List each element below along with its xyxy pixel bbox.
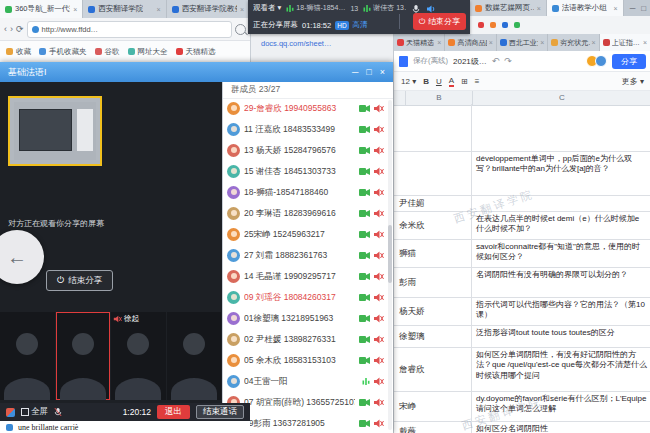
- member-row[interactable]: 14 毛晶谨 19909295717: [223, 266, 388, 287]
- mute-button[interactable]: [54, 407, 62, 417]
- sheet-row[interactable]: 杨天娇 指示代词可以代指哪些内容？它的用法？（第10课）: [394, 298, 650, 326]
- camera-on-icon[interactable]: [359, 125, 370, 134]
- viewer-chip[interactable]: 谢佳杏 13…: [363, 3, 406, 13]
- viewer-chip[interactable]: 13: [350, 3, 358, 13]
- bookmark-item[interactable]: 谷歌: [95, 47, 120, 57]
- speaker-muted-icon[interactable]: [373, 125, 384, 134]
- sheet-cell-name[interactable]: 余米欣: [394, 212, 472, 239]
- sheet-cell-question[interactable]: 泛指形容词tout toute tous toutes的区分: [472, 326, 650, 347]
- speaker-muted-icon[interactable]: [373, 251, 384, 260]
- back-icon[interactable]: ‹: [4, 24, 7, 34]
- tab-close-icon[interactable]: ×: [240, 6, 244, 13]
- sheet-row[interactable]: 宋峥 dy.doyome的favori和série有什么区别；L'Equipe …: [394, 392, 650, 422]
- shared-screen-thumbnail[interactable]: [8, 96, 102, 166]
- member-row[interactable]: 25宋峥 15245963217: [223, 224, 388, 245]
- tab-close-icon[interactable]: ×: [537, 5, 541, 12]
- speaker-muted-icon[interactable]: [373, 293, 384, 302]
- sheet-cell-question[interactable]: [472, 104, 650, 151]
- speaker-muted-icon[interactable]: [373, 209, 384, 218]
- undo-icon[interactable]: ↶: [492, 56, 500, 66]
- tab-close-icon[interactable]: ×: [437, 39, 441, 46]
- member-row[interactable]: 02 尹桂媛 13898276331: [223, 329, 388, 350]
- bookmark-item[interactable]: 收藏: [6, 47, 31, 57]
- sheet-row[interactable]: 余米欣 在表达几点半的时候et demi（e）什么时候加e什么时候不加？: [394, 212, 650, 240]
- refresh-icon[interactable]: ⟳: [16, 24, 24, 34]
- sheet-cell-name[interactable]: 徐塑璃: [394, 326, 472, 347]
- tab-close-icon[interactable]: ×: [614, 5, 618, 12]
- member-row[interactable]: 29-詹睿欣 19940955863: [223, 98, 388, 119]
- browser-tab[interactable]: 穷究状元… ×: [548, 34, 599, 51]
- sheet-cell-name[interactable]: 杨天娇: [394, 298, 472, 325]
- sheet-row[interactable]: [394, 104, 650, 152]
- sheet-cell-question[interactable]: [472, 196, 650, 211]
- sheet-row[interactable]: 戴薇 如何区分名词阴阳性: [394, 422, 650, 433]
- sheet-row[interactable]: 尹佳媚: [394, 196, 650, 212]
- browser-tab[interactable]: 西北工业大… ×: [497, 34, 548, 51]
- browser-tab[interactable]: 西安翻译学院 ×: [83, 0, 166, 18]
- maximize-button[interactable]: □: [366, 67, 371, 77]
- exit-button[interactable]: 退出: [157, 405, 190, 419]
- camera-on-icon[interactable]: [359, 335, 370, 344]
- sheet-cell-name[interactable]: 詹睿欣: [394, 348, 472, 391]
- sheet-cell-question[interactable]: dy.doyome的favori和série有什么区别；L'Equipe 请问这…: [472, 392, 650, 421]
- speaker-muted-icon[interactable]: [373, 188, 384, 197]
- share-button[interactable]: 分享: [612, 54, 646, 69]
- browser-tab[interactable]: 高清商品图 ×: [445, 34, 496, 51]
- more-menu[interactable]: 更多 ▾: [622, 76, 644, 87]
- speaker-muted-icon[interactable]: [373, 167, 384, 176]
- member-row[interactable]: 20 李琳语 18283969616: [223, 203, 388, 224]
- borders-icon[interactable]: ⊞: [461, 77, 468, 86]
- viewers-dropdown[interactable]: 观看者 ▾: [253, 3, 281, 13]
- scrollbar[interactable]: [388, 100, 392, 430]
- browser-tab[interactable]: 上证指… ×: [600, 34, 650, 51]
- video-tile[interactable]: 徐起: [111, 312, 166, 400]
- camera-on-icon[interactable]: [359, 104, 370, 113]
- camera-on-icon[interactable]: [359, 188, 370, 197]
- member-row[interactable]: 27 刘霜 18882361763: [223, 245, 388, 266]
- member-row[interactable]: 04王雷一阳: [223, 371, 388, 392]
- stop-sharing-button[interactable]: ⏻ 结束分享: [413, 13, 466, 30]
- member-row[interactable]: 05 余木欣 18583153103: [223, 350, 388, 371]
- align-icon[interactable]: ≡: [475, 77, 480, 86]
- font-color-icon[interactable]: A: [449, 76, 454, 87]
- camera-on-icon[interactable]: [359, 146, 370, 155]
- speaker-muted-icon[interactable]: [373, 398, 384, 407]
- doc-title[interactable]: 2021级…: [453, 56, 487, 67]
- sheet-cell-question[interactable]: 指示代词可以代指哪些内容？它的用法？（第10课）: [472, 298, 650, 325]
- video-tile[interactable]: [0, 312, 55, 400]
- favicon-icon[interactable]: [478, 22, 484, 28]
- member-row[interactable]: 18-狮猫-18547188460: [223, 182, 388, 203]
- sheet-cell-question[interactable]: 如何区分名词阴阳性: [472, 422, 650, 433]
- camera-on-icon[interactable]: [359, 272, 370, 281]
- bookmark-item[interactable]: 天猫精选: [176, 47, 216, 57]
- stop-share-button[interactable]: ⏻ 结束分享: [46, 270, 113, 291]
- member-row[interactable]: 09 刘瑶谷 18084260317: [223, 287, 388, 308]
- tab-close-icon[interactable]: ×: [540, 39, 544, 46]
- sheet-row[interactable]: 狮猫 savoir和connaitre都有"知道"的意思，使用的时候如何区分？: [394, 240, 650, 268]
- camera-on-icon[interactable]: [359, 230, 370, 239]
- tab-close-icon[interactable]: ×: [592, 39, 596, 46]
- camera-on-icon[interactable]: [359, 167, 370, 176]
- apps-icon[interactable]: [6, 408, 15, 417]
- speaker-muted-icon[interactable]: [373, 272, 384, 281]
- speaker-muted-icon[interactable]: [373, 104, 384, 113]
- sheet-cell-question[interactable]: développement单词中，pp后面的e为什么双写？brillante中的…: [472, 152, 650, 195]
- minimize-button[interactable]: ─: [630, 4, 636, 13]
- member-row[interactable]: 11 汪嘉欣 18483533499: [223, 119, 388, 140]
- browser-tab[interactable]: 天猫精选 ×: [394, 34, 445, 51]
- browser-tab[interactable]: 数媒艺媒网页… ×: [470, 0, 547, 16]
- column-header-b[interactable]: B: [406, 91, 473, 105]
- address-link[interactable]: docs.qq.com/sheet…: [261, 39, 331, 48]
- sheet-cell-question[interactable]: 如何区分单词阴阳性，有没有好记阴阳性的方法？que /quel/qu'est-c…: [472, 348, 650, 391]
- scrollbar-thumb[interactable]: [388, 225, 392, 283]
- sheet-row[interactable]: 徐塑璃 泛指形容词tout toute tous toutes的区分: [394, 326, 650, 348]
- sheet-row[interactable]: 詹睿欣 如何区分单词阴阳性，有没有好记阴阳性的方法？que /quel/qu'e…: [394, 348, 650, 392]
- sheet-cell-question[interactable]: 名词阴阳性有没有明确的界限可以划分的？: [472, 268, 650, 297]
- search-icon[interactable]: [235, 24, 246, 35]
- font-size-select[interactable]: 12 ▾: [401, 77, 416, 86]
- tab-close-icon[interactable]: ×: [73, 6, 77, 13]
- speaker-muted-icon[interactable]: [373, 419, 384, 428]
- browser-tab[interactable]: 360导航_新一代安全上网导航 ×: [0, 0, 83, 18]
- sheet-corner[interactable]: [394, 91, 406, 105]
- camera-on-icon[interactable]: [359, 251, 370, 260]
